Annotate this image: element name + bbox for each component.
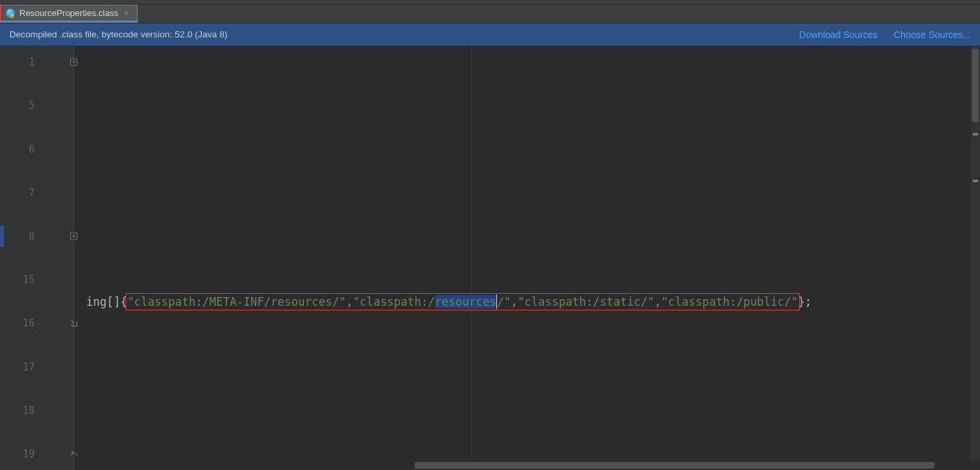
choose-sources-link[interactable]: Choose Sources...: [894, 29, 971, 40]
scrollbar-marker: [973, 133, 978, 136]
gutter: 1+5678+151617181920c21222324252627@28: [0, 46, 74, 470]
gutter-line: 16: [0, 312, 73, 334]
line-number: 18: [0, 405, 35, 417]
comma: ,: [511, 295, 518, 308]
line-number: 8: [0, 230, 35, 242]
scrollbar-marker: [973, 180, 978, 182]
decompiled-banner: Decompiled .class file, bytecode version…: [0, 23, 980, 46]
gutter-line: 5: [0, 95, 73, 117]
line-number: 19: [0, 448, 35, 460]
string-literal: "classpath:/static/": [518, 295, 655, 308]
code-line-21[interactable]: ing[]{"classpath:/META-INF/resources/", …: [86, 291, 812, 313]
right-margin-ruler: [472, 46, 472, 470]
gutter-line: 19: [0, 443, 73, 465]
gutter-line: 18: [0, 400, 73, 422]
window-top-strip: [0, 0, 980, 5]
comma: ,: [346, 295, 353, 308]
line-number: 5: [0, 99, 35, 111]
editor-tab-active[interactable]: ResourceProperties.class ×: [0, 5, 138, 23]
gutter-line: 6: [0, 138, 73, 160]
string-literal: "classpath:/: [353, 295, 435, 308]
gutter-line: 8+: [0, 226, 73, 248]
gutter-change-marker: [0, 226, 4, 248]
editor-area: 1+5678+151617181920c21222324252627@28 in…: [0, 46, 980, 470]
gutter-line: 7: [0, 182, 73, 204]
gutter-line: 17: [0, 356, 73, 378]
lock-icon: [9, 13, 14, 19]
vertical-scrollbar-thumb[interactable]: [972, 49, 979, 122]
close-icon[interactable]: ×: [122, 9, 130, 17]
tab-filename: ResourceProperties.class: [19, 8, 118, 18]
download-sources-link[interactable]: Download Sources: [799, 29, 878, 40]
line-number: 17: [0, 361, 35, 373]
string-literal: "classpath:/META-INF/resources/": [127, 295, 346, 308]
gutter-line: 15: [0, 269, 73, 291]
string-literal: "classpath:/public/": [661, 295, 798, 308]
line-number: 7: [0, 187, 35, 199]
gutter-line: 1+: [0, 51, 73, 73]
line-number: 15: [0, 274, 35, 286]
line-number: 16: [0, 317, 35, 329]
comma: ,: [655, 295, 661, 308]
code-token: ing[]{: [86, 295, 127, 308]
horizontal-scrollbar[interactable]: [74, 461, 971, 470]
horizontal-scrollbar-thumb[interactable]: [415, 462, 935, 469]
line-number: 1: [0, 56, 35, 68]
vertical-scrollbar[interactable]: [971, 46, 980, 461]
line-number: 6: [0, 144, 35, 156]
selected-text: resources: [435, 295, 496, 308]
code-area[interactable]: ing[]{"classpath:/META-INF/resources/", …: [74, 46, 980, 470]
string-literal: /": [497, 295, 510, 308]
editor-tab-row: ResourceProperties.class ×: [0, 5, 980, 23]
banner-message: Decompiled .class file, bytecode version…: [9, 29, 783, 39]
code-token: };: [798, 295, 812, 308]
